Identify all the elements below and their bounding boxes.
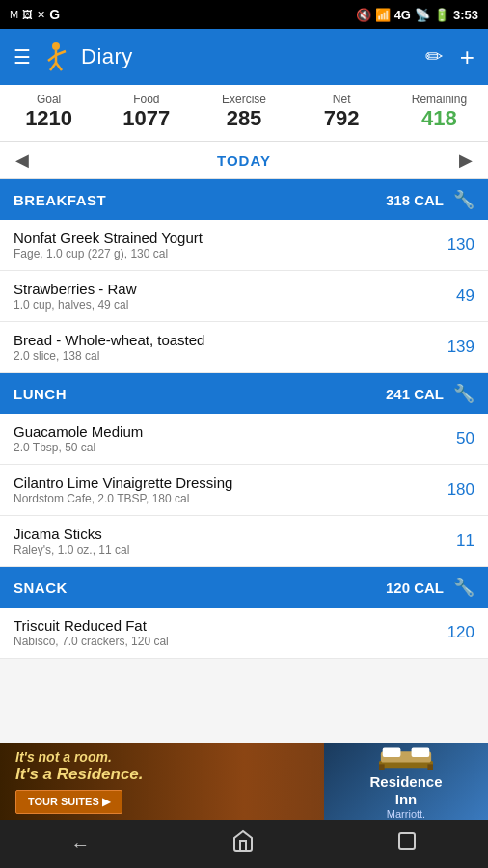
add-button[interactable]: + bbox=[460, 42, 474, 72]
date-nav: ◀ TODAY ▶ bbox=[0, 142, 488, 179]
food-value: 1077 bbox=[97, 106, 195, 131]
svg-line-3 bbox=[56, 51, 66, 55]
exercise-value: 285 bbox=[195, 106, 292, 131]
food-name-dressing: Cilantro Lime Vinaigrette Dressing bbox=[14, 475, 438, 491]
food-item-triscuit[interactable]: Triscuit Reduced Fat Nabisco, 7.0 cracke… bbox=[0, 608, 488, 659]
prev-day-button[interactable]: ◀ bbox=[15, 149, 29, 171]
g-icon: G bbox=[49, 7, 60, 22]
summary-goal: Goal 1210 bbox=[0, 93, 97, 131]
breakfast-cal-area: 318 CAL 🔧 bbox=[386, 189, 474, 210]
lunch-cal: 241 CAL bbox=[386, 386, 444, 402]
lunch-settings-button[interactable]: 🔧 bbox=[453, 383, 474, 404]
snack-settings-button[interactable]: 🔧 bbox=[453, 577, 474, 598]
ad-brand-inn: Inn bbox=[395, 791, 418, 808]
time-display: 3:53 bbox=[453, 8, 478, 22]
ad-brand-marriott: Marriott. bbox=[387, 808, 425, 820]
x-icon: ✕ bbox=[37, 9, 45, 21]
food-item-dressing[interactable]: Cilantro Lime Vinaigrette Dressing Nords… bbox=[0, 465, 488, 516]
current-date: TODAY bbox=[217, 152, 271, 169]
svg-rect-9 bbox=[412, 748, 430, 757]
back-button[interactable]: ← bbox=[70, 833, 90, 855]
lunch-header: LUNCH 241 CAL 🔧 bbox=[0, 373, 488, 414]
food-cal-strawberries: 49 bbox=[438, 286, 474, 306]
ad-left: It's not a room. It's a Residence. TOUR … bbox=[0, 743, 324, 820]
food-detail-bread: 2.0 slice, 138 cal bbox=[14, 349, 438, 363]
food-detail-jicama: Raley's, 1.0 oz., 11 cal bbox=[14, 543, 438, 556]
ad-brand-name: Residence bbox=[369, 773, 442, 791]
food-item-yogurt[interactable]: Nonfat Greek Strained Yogurt Fage, 1.0 c… bbox=[0, 220, 488, 271]
net-value: 792 bbox=[293, 106, 391, 131]
food-cal-bread: 139 bbox=[438, 338, 474, 357]
svg-line-4 bbox=[50, 63, 56, 70]
gmail-icon: M bbox=[10, 9, 18, 20]
svg-rect-11 bbox=[427, 764, 433, 770]
ad-banner[interactable]: It's not a room. It's a Residence. TOUR … bbox=[0, 743, 488, 820]
edit-button[interactable]: ✏ bbox=[425, 44, 443, 69]
breakfast-title: BREAKFAST bbox=[14, 192, 106, 208]
food-item-strawberries[interactable]: Strawberries - Raw 1.0 cup, halves, 49 c… bbox=[0, 271, 488, 322]
lunch-title: LUNCH bbox=[14, 386, 67, 402]
food-detail-yogurt: Fage, 1.0 cup (227 g), 130 cal bbox=[14, 247, 438, 260]
status-bar: M 🖼 ✕ G 🔇 📶 4G 📡 🔋 3:53 bbox=[0, 0, 488, 29]
summary-net: Net 792 bbox=[293, 93, 391, 131]
app-bar: ☰ Diary ✏ + bbox=[0, 29, 488, 85]
food-item-bread[interactable]: Bread - Whole-wheat, toasted 2.0 slice, … bbox=[0, 322, 488, 373]
summary-food: Food 1077 bbox=[97, 93, 195, 131]
status-right-icons: 🔇 📶 4G 📡 🔋 3:53 bbox=[356, 8, 478, 22]
svg-rect-8 bbox=[383, 748, 401, 757]
snack-title: SNACK bbox=[14, 580, 68, 596]
mute-icon: 🔇 bbox=[356, 8, 371, 22]
wifi-icon: 📶 bbox=[375, 8, 391, 22]
goal-value: 1210 bbox=[0, 106, 97, 131]
summary-exercise: Exercise 285 bbox=[195, 93, 292, 131]
svg-rect-12 bbox=[399, 833, 415, 849]
breakfast-settings-button[interactable]: 🔧 bbox=[453, 189, 474, 210]
food-cal-jicama: 11 bbox=[438, 531, 474, 551]
4g-label: 4G bbox=[394, 8, 411, 22]
summary-row: Goal 1210 Food 1077 Exercise 285 Net 792… bbox=[0, 85, 488, 142]
food-cal-dressing: 180 bbox=[438, 480, 474, 500]
svg-point-0 bbox=[52, 42, 60, 50]
menu-button[interactable]: ☰ bbox=[14, 45, 31, 68]
food-name-triscuit: Triscuit Reduced Fat bbox=[14, 617, 438, 634]
food-name-strawberries: Strawberries - Raw bbox=[14, 281, 438, 297]
breakfast-cal: 318 CAL bbox=[386, 192, 444, 208]
image-icon: 🖼 bbox=[22, 9, 33, 20]
svg-rect-10 bbox=[379, 764, 385, 770]
food-cal-guacamole: 50 bbox=[438, 429, 474, 448]
bed-illustration bbox=[377, 743, 435, 770]
recents-button[interactable] bbox=[396, 830, 418, 857]
food-item-jicama[interactable]: Jicama Sticks Raley's, 1.0 oz., 11 cal 1… bbox=[0, 516, 488, 567]
home-button[interactable] bbox=[231, 829, 255, 858]
food-detail-guacamole: 2.0 Tbsp, 50 cal bbox=[14, 441, 438, 454]
svg-line-5 bbox=[56, 63, 62, 70]
ad-right: Residence Inn Marriott. bbox=[324, 743, 488, 820]
page-title: Diary bbox=[81, 44, 425, 69]
app-logo bbox=[39, 40, 73, 74]
signal-icon: 📡 bbox=[415, 8, 430, 22]
food-detail-triscuit: Nabisco, 7.0 crackers, 120 cal bbox=[14, 635, 438, 648]
food-name-yogurt: Nonfat Greek Strained Yogurt bbox=[14, 230, 438, 246]
ad-text-line1: It's not a room. bbox=[15, 749, 309, 765]
battery-icon: 🔋 bbox=[434, 8, 449, 22]
remaining-label: Remaining bbox=[391, 93, 488, 106]
food-item-guacamole[interactable]: Guacamole Medium 2.0 Tbsp, 50 cal 50 bbox=[0, 414, 488, 465]
ad-text-line2: It's a Residence. bbox=[15, 765, 309, 784]
next-day-button[interactable]: ▶ bbox=[459, 149, 473, 171]
food-label: Food bbox=[97, 93, 195, 106]
food-detail-dressing: Nordstom Cafe, 2.0 TBSP, 180 cal bbox=[14, 492, 438, 505]
exercise-label: Exercise bbox=[195, 93, 292, 106]
ad-tour-button[interactable]: TOUR SUITES ▶ bbox=[15, 790, 122, 814]
status-left-icons: M 🖼 ✕ G bbox=[10, 7, 60, 22]
snack-cal-area: 120 CAL 🔧 bbox=[386, 577, 474, 598]
food-detail-strawberries: 1.0 cup, halves, 49 cal bbox=[14, 298, 438, 312]
snack-cal: 120 CAL bbox=[386, 580, 444, 596]
food-cal-yogurt: 130 bbox=[438, 235, 474, 255]
lunch-cal-area: 241 CAL 🔧 bbox=[386, 383, 474, 404]
breakfast-header: BREAKFAST 318 CAL 🔧 bbox=[0, 179, 488, 220]
app-bar-actions: ✏ + bbox=[425, 42, 474, 72]
snack-header: SNACK 120 CAL 🔧 bbox=[0, 567, 488, 608]
food-name-guacamole: Guacamole Medium bbox=[14, 423, 438, 440]
summary-remaining: Remaining 418 bbox=[391, 93, 488, 131]
remaining-value: 418 bbox=[391, 106, 488, 131]
